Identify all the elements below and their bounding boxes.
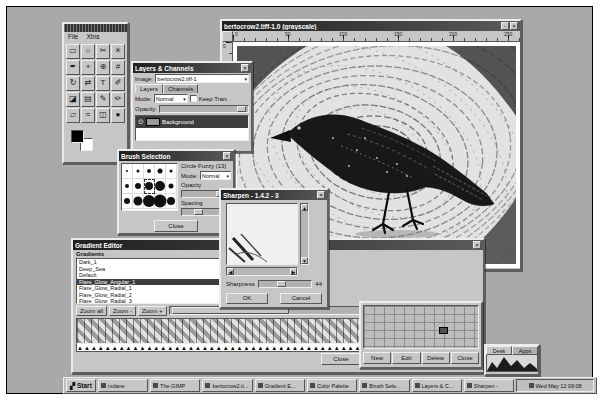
pencil-tool-icon[interactable]: ✎ — [96, 92, 110, 107]
image-window-titlebar[interactable]: bertocrow2.tiff-1.0 (grayscale) - × — [222, 21, 520, 31]
sharpness-slider[interactable] — [258, 280, 313, 288]
brush-swatch[interactable] — [122, 164, 133, 179]
ellipse-select-tool-icon[interactable]: ○ — [81, 44, 95, 59]
ruler-number: 150 — [394, 31, 402, 37]
brush-close-button[interactable]: Close — [154, 220, 198, 232]
taskbar-clock[interactable]: Wed May 12 09:08 — [516, 379, 594, 392]
rect-select-tool-icon[interactable]: ▭ — [66, 44, 80, 59]
layer-row-background[interactable]: ⊙ Background — [136, 116, 248, 128]
blend-tool-icon[interactable]: ▤ — [81, 92, 95, 107]
eye-icon[interactable]: ⊙ — [138, 118, 144, 126]
tab-desk[interactable]: Desk — [486, 346, 512, 355]
opacity-label: Opacity: — [135, 106, 157, 112]
close-icon[interactable]: × — [510, 22, 518, 30]
transform-tool-icon[interactable]: ↻ — [66, 76, 80, 91]
text-tool-icon[interactable]: T — [96, 76, 110, 91]
task-item-gradient-editor[interactable]: Gradient E... — [255, 379, 305, 392]
brush-mode-dropdown[interactable]: Normal ▾ — [200, 171, 231, 180]
crop-tool-icon[interactable]: # — [111, 60, 125, 75]
ok-button[interactable]: OK — [226, 293, 268, 304]
scroll-down-icon[interactable]: ▼ — [301, 257, 308, 264]
tab-channels[interactable]: Channels — [163, 84, 198, 93]
zoom-all-button[interactable]: Zoom all — [76, 306, 107, 316]
task-item-image[interactable]: bertocrow2.ti... — [202, 379, 252, 392]
brush-mode-value: Normal — [202, 173, 220, 179]
cancel-button[interactable]: Cancel — [280, 293, 322, 304]
brush-swatch[interactable] — [144, 164, 155, 179]
brush-swatch[interactable] — [155, 194, 166, 209]
scroll-up-icon[interactable]: ▲ — [301, 204, 308, 211]
color-picker-tool-icon[interactable]: ✐ — [111, 76, 125, 91]
pager-content[interactable] — [486, 355, 538, 372]
bezier-select-tool-icon[interactable]: ✒ — [66, 60, 80, 75]
bucket-fill-tool-icon[interactable]: ◪ — [66, 92, 80, 107]
move-tool-icon[interactable]: + — [81, 60, 95, 75]
magnify-tool-icon[interactable]: ⊕ — [96, 60, 110, 75]
free-select-tool-icon[interactable]: ✂ — [96, 44, 110, 59]
mode-dropdown[interactable]: Normal ▾ — [154, 94, 188, 103]
foreground-color-swatch[interactable] — [71, 130, 84, 143]
palette-close-button[interactable]: Close — [451, 352, 479, 364]
sharpen-titlebar[interactable]: Sharpen - 1.4.2 - 3 × — [221, 190, 327, 200]
brush-swatch[interactable] — [122, 194, 133, 209]
start-label: Start — [77, 382, 92, 389]
scroll-right-icon[interactable]: ▶ — [290, 268, 297, 275]
convolve-tool-icon[interactable]: ● — [111, 108, 125, 123]
palette-edit-button[interactable]: Edit — [392, 352, 420, 364]
menu-xtns[interactable]: Xtns — [86, 33, 99, 41]
brush-swatch[interactable] — [155, 179, 166, 194]
brush-swatch[interactable] — [166, 194, 177, 209]
brush-swatch[interactable] — [166, 164, 177, 179]
ruler-number: 50 — [285, 31, 291, 37]
menu-file[interactable]: File — [68, 33, 78, 41]
task-item-color-palette[interactable]: Color Palette — [307, 379, 357, 392]
brush-swatch[interactable] — [155, 164, 166, 179]
task-item-layers-channels[interactable]: Layers & C... — [412, 379, 462, 392]
palette-color-grid[interactable] — [363, 305, 479, 349]
palette-new-button[interactable]: New — [363, 352, 391, 364]
task-item-brush-selection[interactable]: Brush Sele... — [359, 379, 409, 392]
brush-swatch[interactable] — [122, 179, 133, 194]
eraser-tool-icon[interactable]: ▱ — [66, 108, 80, 123]
task-item-sharpen[interactable]: Sharpen - — [464, 379, 514, 392]
brush-swatch-selected[interactable] — [144, 179, 155, 194]
palette-selected-color[interactable] — [439, 327, 448, 334]
layers-window-titlebar[interactable]: Layers & Channels × — [133, 63, 251, 73]
brush-window-titlebar[interactable]: Brush Selection × — [119, 151, 233, 161]
sharpness-value: 44 — [315, 281, 322, 287]
airbrush-tool-icon[interactable]: ≈ — [81, 108, 95, 123]
clone-tool-icon[interactable]: ◫ — [96, 108, 110, 123]
mode-value: Normal — [156, 96, 174, 102]
close-icon[interactable]: × — [223, 152, 231, 160]
gradient-close-button[interactable]: Close — [321, 353, 361, 365]
close-icon[interactable]: × — [317, 191, 325, 199]
layer-name: Background — [162, 119, 194, 125]
scroll-left-icon[interactable]: ◀ — [227, 268, 234, 275]
brush-swatch[interactable] — [133, 164, 144, 179]
minimize-icon[interactable]: - — [501, 22, 509, 30]
task-item-gimp[interactable]: The GIMP — [150, 379, 200, 392]
opacity-slider[interactable] — [159, 105, 249, 113]
close-icon[interactable]: × — [241, 64, 249, 72]
preview-horizontal-scrollbar[interactable]: ◀ ▶ — [226, 267, 298, 276]
start-button[interactable]: ▞ Start — [66, 379, 96, 392]
brush-swatch[interactable] — [133, 179, 144, 194]
task-item-terminal[interactable]: rxdane — [98, 379, 148, 392]
tab-layers[interactable]: Layers — [135, 84, 163, 93]
tab-apps[interactable]: Apps — [512, 346, 538, 355]
paintbrush-tool-icon[interactable]: ✏ — [111, 92, 125, 107]
keep-trans-checkbox[interactable] — [190, 95, 197, 102]
image-select-dropdown[interactable]: bertocrow2.tiff-1 ▾ — [155, 74, 249, 83]
flip-tool-icon[interactable]: ⇄ — [81, 76, 95, 91]
ruler-corner[interactable] — [222, 31, 233, 42]
zoom-out-button[interactable]: Zoom - — [109, 306, 136, 316]
brush-swatch[interactable] — [166, 179, 177, 194]
close-icon[interactable]: × — [473, 241, 481, 249]
fuzzy-select-tool-icon[interactable]: ✳ — [111, 44, 125, 59]
preview-vertical-scrollbar[interactable]: ▲ ▼ — [300, 203, 309, 265]
toolbox-titlebar[interactable] — [64, 24, 127, 32]
zoom-in-button[interactable]: Zoom + — [138, 306, 167, 316]
sharpen-preview[interactable] — [226, 203, 298, 265]
palette-delete-button[interactable]: Delete — [422, 352, 450, 364]
window-icon — [153, 383, 158, 388]
